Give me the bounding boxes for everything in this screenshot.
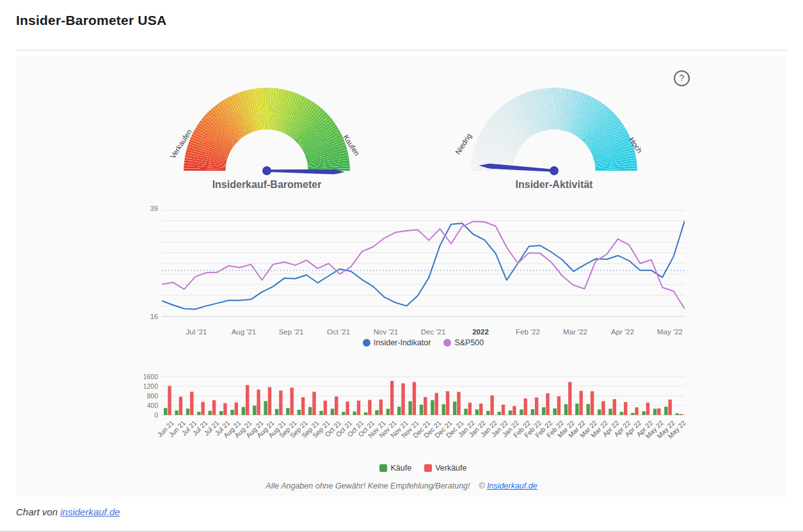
bar-verkäufe bbox=[390, 381, 394, 415]
gauge-label-niedrig: Niedrig bbox=[454, 132, 473, 155]
bar-käufe bbox=[408, 401, 411, 415]
legend-item[interactable]: Verkäufe bbox=[424, 464, 466, 473]
bar-verkäufe bbox=[168, 386, 171, 415]
bar-käufe bbox=[531, 409, 534, 415]
legend-label: S&P500 bbox=[454, 338, 484, 347]
bar-verkäufe bbox=[223, 403, 227, 415]
bar-verkäufe bbox=[502, 405, 505, 415]
chart-panel: ? Verkaufen Kaufen Insiderkauf-Barometer… bbox=[16, 56, 787, 497]
bar-verkäufe bbox=[401, 384, 404, 416]
bar-verkäufe bbox=[579, 391, 582, 415]
bar-käufe bbox=[386, 409, 390, 415]
gauge-insiderkauf-barometer: Verkaufen Kaufen Insiderkauf-Barometer bbox=[184, 88, 350, 196]
bar-käufe bbox=[319, 411, 322, 415]
bar-verkäufe bbox=[335, 396, 338, 415]
help-icon[interactable]: ? bbox=[674, 70, 690, 86]
bar-verkäufe bbox=[680, 414, 683, 416]
bar-käufe bbox=[286, 408, 289, 415]
gauge-needle-hub bbox=[262, 166, 271, 175]
bar-verkäufe bbox=[546, 393, 549, 415]
bar-verkäufe bbox=[490, 395, 493, 415]
bar-käufe bbox=[298, 410, 301, 415]
bar-käufe bbox=[653, 409, 656, 415]
bar-verkäufe bbox=[646, 403, 649, 415]
disclaimer-link[interactable]: Insiderkauf.de bbox=[487, 481, 537, 490]
legend-marker bbox=[424, 464, 432, 472]
bar-verkäufe bbox=[457, 392, 460, 415]
bar-verkäufe bbox=[513, 406, 516, 415]
bar-käufe bbox=[230, 410, 234, 415]
bar-verkäufe bbox=[246, 385, 249, 415]
bar-verkäufe bbox=[268, 387, 271, 416]
page-footer: Chart von insiderkauf.de bbox=[16, 506, 120, 517]
bar-käufe bbox=[209, 411, 212, 415]
bar-käufe bbox=[342, 412, 345, 415]
line-xtick: Nov '21 bbox=[374, 328, 399, 336]
bar-ytick: 1200 bbox=[130, 382, 158, 390]
line-xtick: Oct '21 bbox=[327, 328, 350, 336]
gauge-needle-hub bbox=[550, 166, 559, 175]
bar-verkäufe bbox=[179, 396, 182, 415]
copyright-symbol: © bbox=[479, 481, 484, 490]
legend-item[interactable]: S&P500 bbox=[443, 338, 484, 347]
bar-käufe bbox=[175, 411, 178, 415]
bar-verkäufe bbox=[669, 400, 672, 415]
bar-verkäufe bbox=[368, 400, 371, 415]
bar-verkäufe bbox=[212, 400, 216, 415]
bar-ytick: 800 bbox=[130, 392, 158, 400]
legend-marker bbox=[363, 339, 370, 347]
page: Insider-Barometer USA ? Verkaufen Kaufen… bbox=[0, 0, 803, 532]
bar-käufe bbox=[364, 412, 367, 415]
line-xtick: May '22 bbox=[657, 328, 683, 336]
line-chart bbox=[162, 209, 685, 318]
bar-käufe bbox=[219, 411, 223, 415]
line-xtick: 2022 bbox=[472, 328, 489, 336]
divider bbox=[16, 50, 787, 51]
bar-verkäufe bbox=[479, 403, 482, 415]
bar-verkäufe bbox=[324, 401, 327, 416]
bar-ytick: 1600 bbox=[130, 373, 158, 380]
legend-label: Käufe bbox=[390, 464, 411, 473]
line-x-axis: Jul '21Aug '21Sep '21Oct '21Nov '21Dec '… bbox=[162, 328, 685, 338]
bar-legend: KäufeVerkäufe bbox=[162, 464, 685, 473]
bar-käufe bbox=[264, 401, 267, 415]
gauge-caption: Insider-Aktivität bbox=[471, 179, 637, 191]
bar-verkäufe bbox=[468, 403, 472, 415]
bar-verkäufe bbox=[635, 407, 638, 415]
bar-verkäufe bbox=[591, 391, 594, 415]
bar-verkäufe bbox=[424, 397, 427, 415]
bar-käufe bbox=[253, 405, 256, 415]
bar-käufe bbox=[553, 409, 556, 415]
bar-käufe bbox=[442, 404, 445, 415]
legend-item[interactable]: Insider-Indikator bbox=[363, 338, 431, 347]
legend-marker bbox=[379, 464, 387, 472]
bar-käufe bbox=[331, 409, 334, 415]
line-xtick: Sep '21 bbox=[279, 328, 304, 336]
bar-verkäufe bbox=[613, 399, 616, 415]
legend-label: Verkäufe bbox=[435, 464, 466, 473]
gauge-insider-aktivitaet: Niedrig Hoch Insider-Aktivität bbox=[471, 88, 637, 196]
bar-käufe bbox=[242, 407, 245, 415]
line-xtick: Mar '22 bbox=[563, 328, 587, 336]
bar-verkäufe bbox=[446, 391, 449, 415]
line-xtick: Aug '21 bbox=[232, 328, 257, 336]
bar-verkäufe bbox=[279, 391, 282, 415]
bar-käufe bbox=[375, 411, 378, 416]
bar-käufe bbox=[575, 403, 578, 415]
bar-verkäufe bbox=[201, 402, 204, 415]
bar-verkäufe bbox=[257, 389, 260, 415]
bar-käufe bbox=[676, 413, 679, 415]
bar-käufe bbox=[520, 409, 523, 415]
bar-käufe bbox=[608, 409, 612, 415]
footer-link[interactable]: insiderkauf.de bbox=[60, 506, 120, 517]
bar-käufe bbox=[308, 407, 312, 415]
line-legend: Insider-IndikatorS&P500 bbox=[162, 338, 685, 347]
legend-item[interactable]: Käufe bbox=[379, 464, 411, 473]
line-xtick: Dec '21 bbox=[421, 328, 446, 336]
bar-verkäufe bbox=[434, 393, 438, 416]
gauge-arc bbox=[471, 88, 637, 171]
bar-käufe bbox=[420, 405, 423, 415]
bar-verkäufe bbox=[357, 401, 360, 416]
bar-verkäufe bbox=[557, 396, 561, 415]
bar-käufe bbox=[453, 402, 456, 415]
